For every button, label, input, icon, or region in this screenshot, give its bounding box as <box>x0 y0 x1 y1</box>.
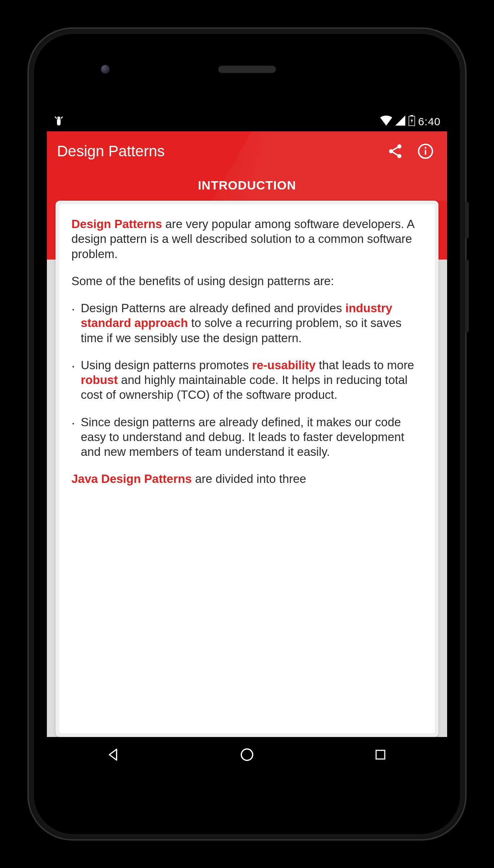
outro-rest: are divided into three <box>192 472 306 485</box>
phone-frame: 6:40 Design Patterns INTRODUCTION Design… <box>29 29 465 839</box>
list-item: Design Patterns are already defined and … <box>71 301 423 345</box>
benefits-list: Design Patterns are already defined and … <box>71 301 423 459</box>
wifi-icon <box>380 115 392 128</box>
earpiece <box>218 66 276 73</box>
info-button[interactable] <box>414 140 437 163</box>
volume-button <box>465 260 469 332</box>
svg-rect-2 <box>410 115 413 116</box>
svg-point-0 <box>57 116 60 119</box>
content-card[interactable]: Design Patterns are very popular among s… <box>59 204 435 733</box>
section-header: INTRODUCTION <box>47 171 447 202</box>
appbar-title: Design Patterns <box>57 143 376 160</box>
cellular-icon <box>395 115 405 128</box>
outro-paragraph: Java Design Patterns are divided into th… <box>71 471 423 486</box>
svg-point-5 <box>397 154 402 158</box>
content-area: Design Patterns are very popular among s… <box>47 201 447 737</box>
svg-point-3 <box>397 144 402 149</box>
screen: 6:40 Design Patterns INTRODUCTION Design… <box>47 112 447 772</box>
svg-point-9 <box>241 749 253 760</box>
home-button[interactable] <box>229 744 265 766</box>
svg-rect-10 <box>376 750 385 759</box>
power-button <box>465 202 469 238</box>
intro-lead: Design Patterns <box>71 217 162 231</box>
list-item: Using design patterns promotes re-usabil… <box>71 358 423 402</box>
list-item: Since design patterns are already define… <box>71 415 423 459</box>
intro-paragraph: Design Patterns are very popular among s… <box>71 217 423 261</box>
back-button[interactable] <box>96 744 132 766</box>
status-time: 6:40 <box>418 115 441 128</box>
share-button[interactable] <box>384 140 407 163</box>
debug-icon <box>53 115 64 128</box>
android-navbar <box>47 737 447 772</box>
svg-point-4 <box>389 149 393 153</box>
benefits-heading: Some of the benefits of using design pat… <box>71 274 423 288</box>
card-outer: Design Patterns are very popular among s… <box>56 201 438 737</box>
battery-charging-icon <box>408 115 415 128</box>
svg-point-8 <box>425 147 427 149</box>
front-camera <box>101 65 110 74</box>
status-bar: 6:40 <box>47 112 447 131</box>
recents-button[interactable] <box>362 744 398 766</box>
outro-lead: Java Design Patterns <box>71 472 192 485</box>
appbar: Design Patterns <box>47 131 447 171</box>
